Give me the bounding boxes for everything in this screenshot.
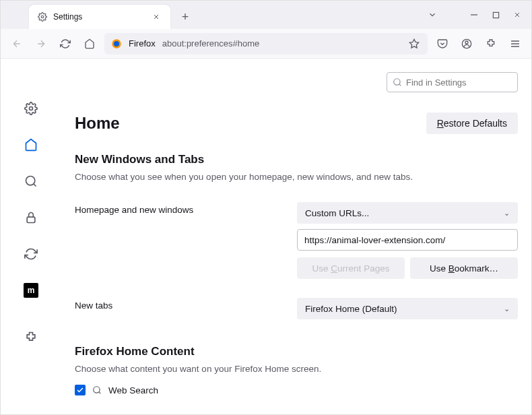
firefox-logo-icon	[111, 38, 122, 49]
tab-close-icon[interactable]	[150, 11, 162, 23]
pocket-icon[interactable]	[433, 34, 452, 53]
svg-point-8	[26, 177, 35, 185]
navigation-toolbar: Firefox about:preferences#home	[1, 29, 531, 59]
sidebar-sync[interactable]	[22, 245, 40, 263]
homepage-select-value: Custom URLs...	[305, 208, 369, 218]
sidebar-search[interactable]	[22, 172, 40, 191]
window-controls	[422, 1, 527, 29]
chevron-down-icon: ⌄	[504, 209, 510, 218]
reload-button[interactable]	[56, 34, 75, 53]
websearch-label: Web Search	[108, 385, 158, 395]
home-button[interactable]	[80, 34, 99, 53]
search-icon	[393, 77, 402, 87]
settings-sidebar: m	[1, 59, 61, 414]
section-title: New Windows and Tabs	[75, 153, 518, 166]
svg-marker-4	[409, 39, 418, 48]
bookmark-star-icon[interactable]	[407, 37, 421, 51]
section2-title: Firefox Home Content	[75, 345, 518, 358]
sidebar-privacy[interactable]	[22, 208, 40, 227]
url-protocol: Firefox	[129, 38, 156, 49]
url-bar[interactable]: Firefox about:preferences#home	[104, 33, 428, 55]
extensions-icon[interactable]	[481, 34, 500, 53]
tab-bar: Settings +	[1, 1, 531, 29]
menu-icon[interactable]	[506, 34, 525, 53]
section2-desc: Choose what content you want on your Fir…	[75, 364, 518, 374]
chevron-down-icon: ⌄	[504, 305, 510, 313]
forward-button[interactable]	[32, 34, 51, 53]
websearch-checkbox[interactable]	[75, 385, 86, 395]
svg-rect-1	[493, 12, 498, 18]
sidebar-mozilla[interactable]: m	[22, 281, 40, 300]
account-icon[interactable]	[457, 34, 476, 53]
close-window-button[interactable]	[507, 5, 527, 24]
svg-point-7	[30, 107, 33, 110]
newtabs-select-value: Firefox Home (Default)	[305, 304, 397, 314]
settings-search-box[interactable]	[387, 72, 518, 92]
tab-title: Settings	[53, 12, 145, 22]
tab-overflow-icon[interactable]	[422, 5, 442, 24]
svg-point-3	[114, 41, 119, 46]
svg-point-11	[94, 387, 100, 393]
sidebar-extensions[interactable]	[22, 328, 40, 347]
settings-main: Home Restore Defaults New Windows and Ta…	[61, 59, 531, 414]
new-tab-button[interactable]: +	[176, 7, 195, 26]
url-path: about:preferences#home	[162, 38, 401, 49]
page-title: Home	[75, 114, 120, 133]
sidebar-home[interactable]	[22, 135, 40, 154]
magnify-icon	[92, 385, 102, 395]
restore-defaults-button[interactable]: Restore Defaults	[426, 113, 518, 134]
svg-point-6	[465, 41, 468, 44]
homepage-select[interactable]: Custom URLs... ⌄	[297, 202, 518, 224]
section-desc: Choose what you see when you open your h…	[75, 172, 518, 182]
homepage-url-input[interactable]	[297, 229, 518, 251]
use-current-pages-button[interactable]: Use Current Pages	[297, 257, 405, 279]
newtabs-label: New tabs	[75, 298, 297, 311]
minimize-button[interactable]	[464, 5, 484, 24]
active-tab[interactable]: Settings	[29, 5, 170, 29]
homepage-label: Homepage and new windows	[75, 202, 297, 215]
svg-rect-9	[27, 217, 35, 222]
gear-icon	[37, 11, 48, 22]
svg-point-10	[394, 79, 400, 85]
newtabs-select[interactable]: Firefox Home (Default) ⌄	[297, 298, 518, 319]
mozilla-icon: m	[24, 283, 38, 298]
back-button[interactable]	[7, 34, 26, 53]
maximize-button[interactable]	[486, 5, 506, 24]
sidebar-general[interactable]	[22, 99, 40, 118]
svg-point-0	[41, 15, 44, 18]
use-bookmark-button[interactable]: Use Bookmark…	[410, 257, 518, 279]
settings-search-input[interactable]	[406, 77, 519, 88]
